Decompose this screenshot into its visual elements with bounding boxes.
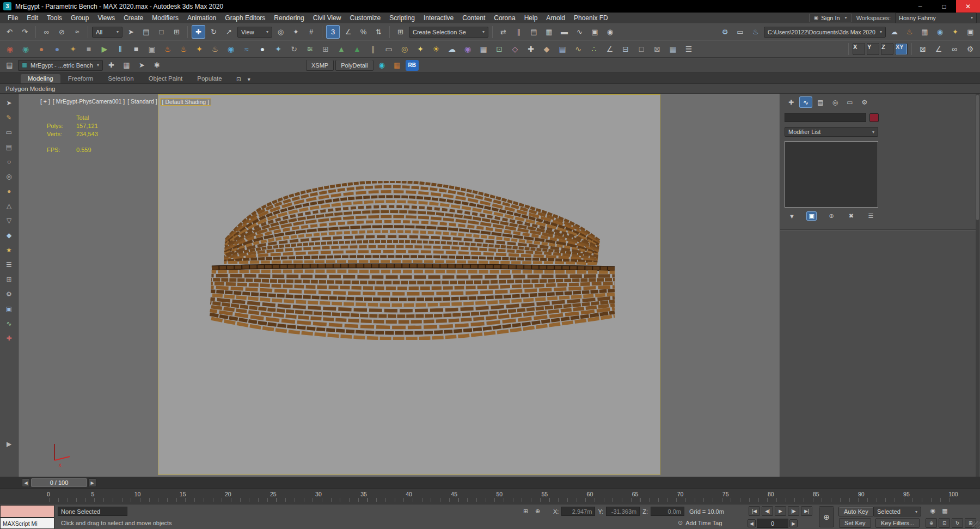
axis-y-button[interactable]: Y — [867, 43, 879, 55]
frame-forward-button[interactable]: ▶ — [789, 519, 798, 527]
text-shape-icon[interactable]: ☰ — [3, 258, 16, 271]
snaps-toggle-icon[interactable]: 3 — [326, 25, 340, 39]
macro-recorder-box[interactable] — [0, 505, 54, 518]
phoenix-liquid-icon[interactable]: ◉ — [224, 42, 238, 56]
project-folder-dropdown[interactable]: C:\Users\20122\Documents\3ds Max 2020 ▾ — [764, 27, 886, 38]
menu-item[interactable]: Animation — [183, 14, 220, 22]
selection-filter-dropdown[interactable]: All ▾ — [92, 27, 122, 38]
mirror-icon[interactable]: ⇄ — [497, 25, 510, 39]
morph-icon[interactable]: ◇ — [508, 42, 522, 56]
edit-named-selections-icon[interactable]: ⊞ — [394, 25, 407, 39]
frame-back-button[interactable]: ◀ — [748, 519, 756, 527]
y-coordinate-field[interactable]: -31.363m — [606, 507, 640, 516]
state-sets-icon[interactable]: ▦ — [918, 25, 932, 39]
use-pivot-center-icon[interactable]: ◎ — [274, 25, 287, 39]
modify-tab-icon[interactable]: ∿ — [799, 96, 812, 108]
select-tool-icon[interactable]: ➤ — [3, 96, 16, 110]
hierarchy-tab-icon[interactable]: ▤ — [814, 96, 827, 108]
active-layer-dropdown[interactable]: MrEgypt - ...etric Bench ▾ — [18, 60, 103, 71]
settings-tool-icon[interactable]: ⚙ — [3, 288, 16, 301]
measure-tool-icon[interactable]: ∠ — [603, 42, 617, 56]
phoenix-ocean-icon[interactable]: ≈ — [240, 42, 254, 56]
angle-snap-icon[interactable]: ∠ — [341, 25, 355, 39]
play-animation-icon[interactable]: ▶ — [775, 506, 786, 516]
wind-icon[interactable]: ≋ — [303, 42, 317, 56]
checker-map-icon[interactable]: ▦ — [476, 42, 491, 56]
ribbon-minimize-icon[interactable]: ▾ — [244, 75, 254, 83]
cloth-icon[interactable]: ▤ — [555, 42, 569, 56]
polygon-modeling-panel[interactable]: Polygon Modeling — [5, 86, 55, 92]
reset-sim-icon[interactable]: ■ — [82, 42, 96, 56]
rb-plugin-button[interactable]: RB — [406, 60, 419, 71]
material-editor-icon[interactable]: ◉ — [603, 25, 617, 39]
render-in-cloud-icon[interactable]: ☁ — [887, 25, 901, 39]
force-icon[interactable]: ↻ — [287, 42, 301, 56]
zoom-icon[interactable]: ⊕ — [926, 518, 937, 528]
ragdoll-icon[interactable]: ✦ — [66, 42, 80, 56]
window-crossing-icon[interactable]: ⊞ — [170, 25, 183, 39]
orbit-icon[interactable]: ↻ — [952, 518, 963, 528]
select-by-name-icon[interactable]: ▤ — [139, 25, 153, 39]
play-sim-icon[interactable]: ▶ — [97, 42, 112, 56]
set-key-mode-button[interactable]: ⊕ — [819, 506, 834, 527]
spinner-snap-icon[interactable]: ⇅ — [372, 25, 385, 39]
panel-scrollbar[interactable] — [976, 94, 979, 477]
ribbon-tab[interactable]: Populate — [190, 74, 229, 83]
auto-key-button[interactable]: Auto Key — [838, 507, 874, 516]
maxscript-mini-listener[interactable]: MAXScript Mi — [0, 518, 54, 529]
menu-item[interactable]: Group — [66, 14, 93, 22]
go-to-start-icon[interactable]: |◀ — [749, 506, 760, 516]
menu-item[interactable]: Customize — [346, 14, 385, 22]
wave-modifier-icon[interactable]: ∿ — [3, 317, 16, 330]
display-tab-icon[interactable]: ▭ — [843, 96, 856, 108]
grid-helper-icon[interactable]: ⊞ — [3, 273, 16, 286]
communication-center-icon[interactable]: ◉ — [928, 506, 938, 515]
sini-plugin-icon[interactable]: ◉ — [375, 58, 389, 72]
phoenix-fire-icon[interactable]: ♨ — [161, 42, 175, 56]
scatter-icon[interactable]: ∴ — [587, 42, 601, 56]
hair-icon[interactable]: ∿ — [571, 42, 585, 56]
transform-gizmo-toggle-icon[interactable]: ⊞ — [520, 507, 531, 516]
add-time-tag[interactable]: ⊙ Add Time Tag — [678, 519, 722, 526]
menu-item[interactable]: Graph Editors — [220, 14, 270, 22]
percent-snap-icon[interactable]: % — [357, 25, 370, 39]
menu-item[interactable]: Civil View — [309, 14, 346, 22]
next-frame-icon[interactable]: |▶ — [788, 506, 799, 516]
plane-primitive-icon[interactable]: ▤ — [3, 141, 16, 154]
phoenix-smoke-icon[interactable]: ♨ — [208, 42, 222, 56]
add-layer-icon[interactable]: ✚ — [105, 58, 118, 72]
scene-explorer-toggle-icon[interactable]: ▤ — [3, 58, 16, 72]
torus-primitive-icon[interactable]: ◆ — [3, 229, 16, 242]
sky-light-icon[interactable]: ☁ — [445, 42, 459, 56]
phoenix-fire-preset-icon[interactable]: ♨ — [176, 42, 191, 56]
go-to-end-icon[interactable]: ▶| — [801, 506, 812, 516]
render-history-icon[interactable]: ▣ — [964, 25, 977, 39]
viewport-label-segment[interactable]: [ MrEgypt-PhysCamera001 ] — [53, 98, 125, 106]
add-tool-icon[interactable]: ✚ — [3, 332, 16, 345]
section-tool-icon[interactable]: ⊟ — [618, 42, 633, 56]
phoenix-explosion-icon[interactable]: ✦ — [192, 42, 206, 56]
menu-item[interactable]: Modifiers — [148, 14, 183, 22]
menu-item[interactable]: Interactive — [419, 14, 458, 22]
menu-item[interactable]: Help — [520, 14, 542, 22]
menu-item[interactable]: Arnold — [542, 14, 569, 22]
motion-tab-icon[interactable]: ◎ — [829, 96, 842, 108]
ribbon-tool-icon[interactable]: ⊡ — [234, 75, 243, 83]
time-slider-bar[interactable]: ◀ 0 / 100 ▶ — [0, 477, 980, 488]
selection-region-icon[interactable]: □ — [155, 25, 168, 39]
align-icon[interactable]: ∥ — [512, 25, 525, 39]
menu-item[interactable]: Rendering — [270, 14, 308, 22]
workspace-dropdown[interactable]: Hosny Fahmy ▾ — [895, 13, 977, 23]
reference-coordinate-dropdown[interactable]: View ▾ — [237, 27, 272, 38]
camera-viewport-frame[interactable] — [158, 94, 660, 475]
remove-modifier-icon[interactable]: ✖ — [846, 211, 856, 221]
time-slider-handle[interactable]: 0 / 100 — [31, 478, 87, 487]
menu-item[interactable]: Scripting — [385, 14, 419, 22]
bench-model[interactable] — [210, 181, 617, 340]
geosphere-primitive-icon[interactable]: ◎ — [3, 170, 16, 183]
close-button[interactable]: ✕ — [956, 0, 980, 13]
toggle-layer-explorer-icon[interactable]: ▦ — [542, 25, 556, 39]
lock-selection-icon[interactable]: ⊠ — [916, 42, 930, 56]
named-selection-dropdown[interactable]: Create Selection Se ▾ — [409, 27, 488, 38]
sphere-primitive-icon[interactable]: ○ — [3, 155, 16, 168]
